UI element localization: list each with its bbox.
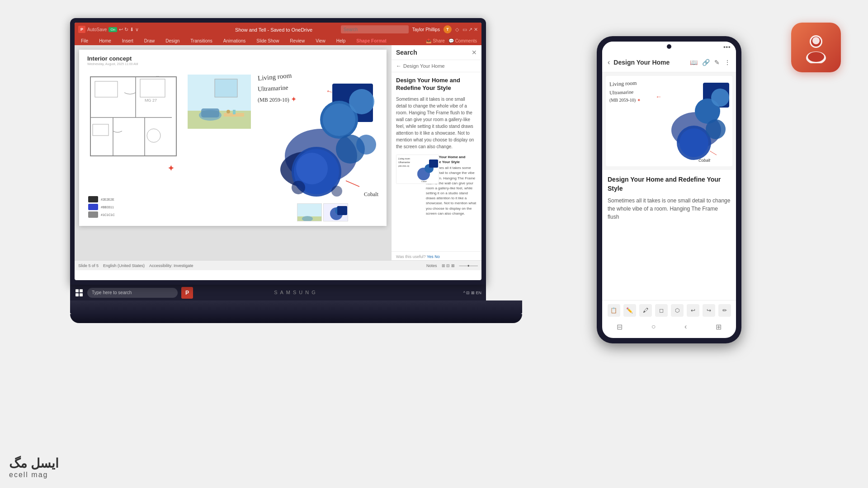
titlebar-left: P AutoSave On ↩ ↻ ⬇ ∨ (78, 26, 207, 33)
laptop-screen-outer: P AutoSave On ↩ ↻ ⬇ ∨ Show and Tell - Sa… (70, 18, 486, 285)
svg-point-32 (323, 103, 355, 136)
svg-rect-12 (93, 124, 108, 136)
phone-back-btn[interactable]: ‹ (608, 58, 610, 66)
phone-link-icon[interactable]: 🔗 (702, 59, 710, 66)
laptop-screen-inner: P AutoSave On ↩ ↻ ⬇ ∨ Show and Tell - Sa… (75, 23, 481, 280)
view-icons[interactable]: ⊞ ⊟ ⊠ (442, 263, 455, 268)
phone-tool-more[interactable]: ✏ (718, 304, 731, 317)
phone-nav-bar: ⊟ ○ ‹ ⊞ (602, 320, 736, 333)
app-icon (791, 23, 841, 72)
svg-point-29 (296, 153, 328, 184)
svg-rect-21 (201, 108, 219, 117)
phone-article-area: Design Your Home and Redefine Your Style… (602, 170, 736, 226)
phone-nav-keyboard[interactable]: ⊞ (716, 323, 722, 331)
svg-point-33 (349, 89, 374, 114)
logo-en: ecell mag (9, 471, 48, 479)
phone-nav-back[interactable]: ‹ (684, 323, 687, 331)
share-btn[interactable]: 📤 Share (426, 38, 444, 43)
phone-device: ●●● ‹ Design Your Home 📖 🔗 ✎ ⋮ (597, 36, 741, 343)
slide-label-cobalt: Cobalt (364, 191, 378, 198)
app-icon-graphic (800, 32, 832, 63)
ribbon-tab-shapeformat[interactable]: Shape Format (354, 38, 388, 44)
feedback-no[interactable]: No (434, 254, 440, 259)
svg-point-23 (226, 110, 230, 113)
start-button[interactable] (75, 288, 84, 297)
svg-rect-11 (140, 79, 165, 97)
back-arrow-icon[interactable]: ← (396, 63, 401, 69)
ppt-logo: P (78, 26, 85, 33)
phone-slide[interactable]: Living room Ultramarine (MB 2059-10) ✦ ← (606, 76, 732, 166)
svg-rect-52 (429, 160, 438, 168)
search-panel-header: Search ✕ (392, 45, 481, 60)
ppt-slide[interactable]: Interior concept Wednesday, August, 2025… (79, 50, 387, 226)
undo-redo-btns[interactable]: ↩ ↻ ⬇ ∨ (119, 27, 139, 33)
phone-tool-eraser[interactable]: ◻ (655, 304, 668, 317)
app-icon-wrapper (791, 23, 845, 77)
ppt-search-input[interactable] (341, 25, 409, 33)
ribbon-tab-home[interactable]: Home (97, 38, 113, 44)
titlebar-right: Taylor Phillips T ◇ ▭ ↗ ✕ (341, 25, 478, 33)
phone-tool-undo[interactable]: ↩ (687, 304, 699, 317)
diamond-icon: ◇ (455, 27, 459, 33)
phone-tool-pen[interactable]: ✏️ (623, 304, 636, 317)
phone-tool-redo[interactable]: ↪ (703, 304, 715, 317)
search-article-body: Sometimes all it takes is one small deta… (396, 96, 477, 150)
svg-text:—: — (156, 74, 159, 77)
zoom-slider[interactable]: ——●—— (459, 263, 478, 268)
feedback-yes[interactable]: Yes (427, 254, 434, 259)
svg-rect-24 (233, 110, 236, 114)
ribbon-tab-insert[interactable]: Insert (120, 38, 135, 44)
svg-point-3 (808, 52, 824, 62)
phone-tool-copy[interactable]: 📋 (608, 304, 620, 317)
svg-text:Cobalt: Cobalt (698, 158, 711, 163)
svg-point-37 (356, 135, 376, 155)
autosave-badge: On (108, 27, 117, 32)
search-panel-close[interactable]: ✕ (472, 49, 477, 56)
ribbon-tab-review[interactable]: Review (288, 38, 307, 44)
ribbon-tab-help[interactable]: Help (335, 38, 348, 44)
ppt-slide-main: Interior concept Wednesday, August, 2025… (75, 45, 391, 260)
phone-bottom-toolbar: 📋 ✏️ 🖍 ◻ ⬡ ↩ ↪ ✏ (602, 300, 736, 320)
search-panel: Search ✕ ← Design Your Home Design Your … (391, 45, 481, 260)
svg-rect-45 (337, 206, 347, 215)
phone-nav-home[interactable]: ○ (651, 323, 656, 331)
ribbon-tab-file[interactable]: File (79, 38, 90, 44)
ppt-statusbar: Slide 5 of 5 English (United States) Acc… (75, 260, 481, 270)
search-breadcrumb: ← Design Your Home (392, 60, 481, 72)
ribbon-tab-animations[interactable]: Animations (222, 38, 247, 44)
svg-point-56 (679, 128, 708, 157)
ribbon-tab-view[interactable]: View (314, 38, 327, 44)
autosave-label: AutoSave (87, 27, 107, 32)
phone-header-icons: 📖 🔗 ✎ ⋮ (690, 59, 731, 66)
svg-text:Ultramarine: Ultramarine (398, 161, 410, 164)
color-swatches: #2E2E2E #BB3311 #1C1C1C (88, 196, 115, 218)
comments-btn[interactable]: 💬 Comments (448, 38, 477, 43)
phone-more-icon[interactable]: ⋮ (724, 59, 731, 66)
phone-tool-shape[interactable]: ⬡ (671, 304, 684, 317)
mini-slide-thumbnail: Living room Ultramarine (MB 2059-10) Cob… (396, 155, 439, 184)
phone-slide-ultramarine: Ultramarine (609, 89, 634, 95)
user-name: Taylor Phillips (412, 27, 440, 32)
taskbar-right: ^ ⊟ ⊠ EN (463, 291, 481, 295)
svg-point-4 (812, 37, 820, 44)
taskbar-search-input[interactable] (87, 288, 178, 298)
slide-date: Wednesday, August, 2025 11:00 AM (87, 62, 138, 66)
phone-battery-icon: ●●● (723, 45, 731, 49)
phone-book-icon[interactable]: 📖 (690, 59, 698, 66)
notes-label[interactable]: Notes (426, 263, 437, 268)
ribbon-tab-transitions[interactable]: Transitions (189, 38, 214, 44)
ribbon-tab-slideshow[interactable]: Slide Show (255, 38, 281, 44)
phone-tool-highlight[interactable]: 🖍 (639, 304, 652, 317)
logo-fa: ایسل مگ (9, 456, 59, 471)
ribbon-tab-draw[interactable]: Draw (142, 38, 156, 44)
phone-edit-icon[interactable]: ✎ (714, 59, 720, 66)
taskbar-ppt-icon[interactable]: P (181, 287, 193, 299)
svg-point-59 (711, 89, 729, 107)
svg-text:(MB 2059-10): (MB 2059-10) (398, 165, 410, 167)
svg-point-13 (147, 129, 160, 142)
toolbar-actions: 📤 Share 💬 Comments (426, 38, 477, 43)
ribbon-tab-design[interactable]: Design (164, 38, 181, 44)
logo-area: ایسل مگ ecell mag (9, 456, 59, 479)
phone-nav-recent[interactable]: ⊟ (617, 323, 623, 331)
windows-icon (75, 289, 83, 296)
